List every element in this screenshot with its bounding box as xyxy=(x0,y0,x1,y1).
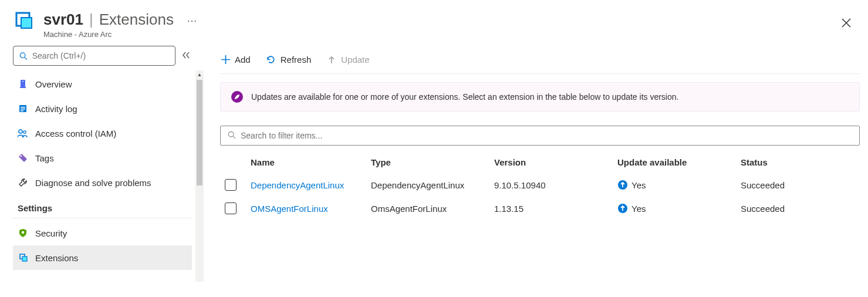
command-bar: Add Refresh Update xyxy=(220,46,860,74)
filter-input[interactable] xyxy=(241,131,852,140)
sidebar-item-label: Overview xyxy=(35,79,72,89)
update-available-value: Yes xyxy=(631,180,646,190)
svg-point-12 xyxy=(21,156,22,157)
sidebar-item-tags[interactable]: Tags xyxy=(13,146,192,170)
plus-icon xyxy=(220,55,231,65)
svg-rect-5 xyxy=(22,81,24,82)
extension-name-link[interactable]: DependencyAgentLinux xyxy=(251,180,344,190)
update-button-label: Update xyxy=(341,55,369,65)
wrench-icon xyxy=(18,177,28,188)
sidebar-search[interactable] xyxy=(13,46,175,66)
svg-point-1 xyxy=(20,52,25,58)
svg-rect-7 xyxy=(21,107,25,108)
sidebar-item-label: Access control (IAM) xyxy=(35,129,116,139)
info-banner: Updates are available for one or more of… xyxy=(220,82,860,112)
title-separator: | xyxy=(89,11,93,29)
search-icon xyxy=(228,131,236,141)
access-control-icon xyxy=(18,128,28,139)
refresh-icon xyxy=(266,55,276,65)
extension-name-link[interactable]: OMSAgentForLinux xyxy=(251,204,328,214)
sidebar-group-settings: Settings xyxy=(13,195,192,218)
table-header-row: Name Type Version Update available Statu… xyxy=(220,149,860,173)
svg-point-15 xyxy=(228,131,234,137)
extensions-table: Name Type Version Update available Statu… xyxy=(220,149,860,220)
update-available-icon xyxy=(617,203,628,214)
filter-box[interactable] xyxy=(220,126,860,146)
blade-title: Extensions xyxy=(99,11,174,29)
extension-version: 9.10.5.10940 xyxy=(489,173,613,197)
refresh-button-label: Refresh xyxy=(281,55,312,65)
close-button[interactable] xyxy=(841,16,852,32)
svg-rect-8 xyxy=(21,109,25,110)
sidebar-scrollbar[interactable]: ▲ xyxy=(195,70,204,282)
extension-type: DependencyAgentLinux xyxy=(366,173,489,197)
svg-rect-4 xyxy=(20,87,26,88)
page-header: svr01 | Extensions … Machine - Azure Arc xyxy=(0,0,868,46)
tag-icon xyxy=(18,153,28,163)
update-available-icon xyxy=(617,180,628,190)
main-content: Add Refresh Update Updates are available… xyxy=(202,46,868,296)
server-icon xyxy=(18,79,28,89)
col-header-status[interactable]: Status xyxy=(736,149,860,173)
refresh-button[interactable]: Refresh xyxy=(266,55,312,65)
upload-icon xyxy=(326,55,337,65)
update-button: Update xyxy=(326,55,369,65)
sidebar-search-input[interactable] xyxy=(32,51,169,60)
scrollbar-thumb[interactable] xyxy=(197,80,202,185)
sidebar-item-label: Activity log xyxy=(35,104,77,114)
svg-rect-14 xyxy=(22,256,27,261)
svg-point-10 xyxy=(19,130,22,133)
row-checkbox[interactable] xyxy=(225,203,237,214)
sidebar: Overview Activity log Access control (IA… xyxy=(0,46,202,296)
extension-status: Succeeded xyxy=(736,173,860,197)
sidebar-item-label: Security xyxy=(35,228,67,238)
svg-line-2 xyxy=(25,57,27,59)
svg-rect-0 xyxy=(21,18,32,28)
col-header-name[interactable]: Name xyxy=(246,149,366,173)
resource-type-icon xyxy=(13,11,35,33)
extension-status: Succeeded xyxy=(736,197,860,220)
sidebar-item-extensions[interactable]: Extensions xyxy=(13,245,192,270)
sidebar-item-label: Tags xyxy=(35,153,54,163)
more-actions-button[interactable]: … xyxy=(187,12,198,27)
table-row[interactable]: OMSAgentForLinux OmsAgentForLinux 1.13.1… xyxy=(220,197,860,220)
add-button-label: Add xyxy=(235,55,251,65)
svg-rect-3 xyxy=(21,80,25,87)
extension-icon xyxy=(18,252,28,263)
extension-type: OmsAgentForLinux xyxy=(366,197,489,220)
col-header-update[interactable]: Update available xyxy=(613,149,736,173)
extension-version: 1.13.15 xyxy=(489,197,613,220)
add-button[interactable]: Add xyxy=(220,55,251,65)
svg-point-13 xyxy=(22,231,25,234)
row-checkbox[interactable] xyxy=(225,179,237,191)
shield-icon xyxy=(18,228,28,238)
sidebar-nav: Overview Activity log Access control (IA… xyxy=(13,72,192,270)
update-available-value: Yes xyxy=(631,204,646,214)
sidebar-item-diagnose[interactable]: Diagnose and solve problems xyxy=(13,170,192,195)
sidebar-item-activity-log[interactable]: Activity log xyxy=(13,96,192,121)
sidebar-item-overview[interactable]: Overview xyxy=(13,72,192,96)
svg-rect-9 xyxy=(21,110,23,112)
resource-name: svr01 xyxy=(43,11,83,29)
table-row[interactable]: DependencyAgentLinux DependencyAgentLinu… xyxy=(220,173,860,197)
col-header-version[interactable]: Version xyxy=(489,149,613,173)
sidebar-item-access-control[interactable]: Access control (IAM) xyxy=(13,121,192,146)
svg-line-16 xyxy=(233,136,235,139)
sidebar-item-label: Extensions xyxy=(35,253,78,263)
collapse-sidebar-button[interactable] xyxy=(180,51,192,61)
banner-text: Updates are available for one or more of… xyxy=(251,92,678,102)
sidebar-item-security[interactable]: Security xyxy=(13,221,192,245)
svg-point-11 xyxy=(23,131,26,133)
resource-subtitle: Machine - Azure Arc xyxy=(43,30,198,39)
rocket-icon xyxy=(231,91,243,103)
sidebar-item-label: Diagnose and solve problems xyxy=(35,178,151,188)
col-header-type[interactable]: Type xyxy=(366,149,489,173)
scroll-up-arrow[interactable]: ▲ xyxy=(195,70,204,79)
activity-log-icon xyxy=(18,103,28,114)
